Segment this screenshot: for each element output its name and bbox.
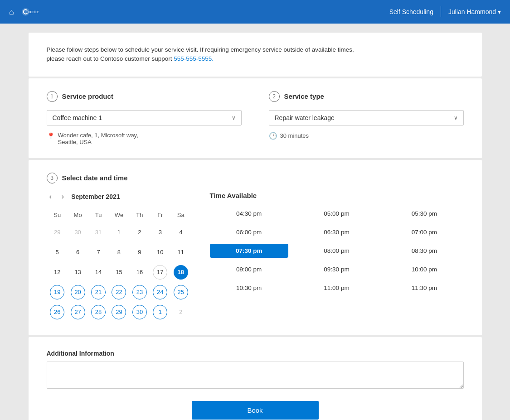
time-slot[interactable]: 11:00 pm (297, 281, 376, 295)
calendar-day[interactable]: 13 (71, 265, 85, 280)
book-btn-wrapper: Book (47, 401, 464, 420)
calendar-day[interactable]: 19 (50, 285, 64, 299)
calendar-day[interactable]: 29 (112, 305, 126, 319)
additional-label: Additional Information (47, 350, 464, 357)
schedule-card: 3 Select date and time ‹ › September 202… (29, 160, 482, 335)
calendar-day[interactable]: 26 (50, 305, 64, 319)
calendar-day[interactable]: 1 (112, 225, 126, 240)
prev-month-button[interactable]: ‹ (47, 192, 54, 202)
calendar-day[interactable]: 14 (91, 265, 106, 280)
time-slot[interactable]: 09:00 pm (210, 262, 288, 276)
calendar-row: 262728293012 (48, 303, 191, 322)
svg-text:contoso: contoso (28, 10, 39, 14)
calendar-day[interactable]: 9 (132, 245, 147, 260)
calendar-day[interactable]: 8 (112, 245, 126, 260)
user-chevron-icon: ▾ (498, 8, 501, 15)
service-type-dropdown[interactable]: Repair water leakage ∨ (269, 110, 464, 126)
service-columns: 1 Service product Coffee machine 1 ∨ 📍 W… (47, 91, 464, 145)
calendar-day[interactable]: 1 (153, 305, 167, 319)
calendar-day[interactable]: 28 (91, 305, 106, 319)
cal-header-tu: Tu (88, 210, 108, 222)
service-type-dropdown-value: Repair water leakage (275, 114, 335, 121)
duration-text: 30 minutes (280, 132, 309, 139)
cal-header-sa: Sa (171, 210, 190, 222)
location-icon: 📍 (47, 132, 55, 140)
calendar-day[interactable]: 15 (112, 265, 126, 280)
calendar-day[interactable]: 21 (91, 285, 106, 299)
cal-header-fr: Fr (151, 210, 170, 222)
calendar-row: 12131415161718 (48, 263, 191, 282)
home-icon[interactable]: ⌂ (9, 7, 14, 17)
location-text: Wonder cafe, 1, Microsoft way,Seattle, U… (58, 132, 138, 145)
duration-row: 🕐 30 minutes (269, 132, 464, 140)
calendar-day[interactable]: 30 (132, 305, 147, 319)
header-left: ⌂ contoso (9, 3, 39, 20)
time-slot[interactable]: 10:00 pm (385, 262, 463, 276)
calendar-day[interactable]: 10 (153, 245, 167, 260)
calendar-day[interactable]: 7 (91, 245, 106, 260)
step1-col: 1 Service product Coffee machine 1 ∨ 📍 W… (47, 91, 242, 145)
calendar-day[interactable]: 23 (132, 285, 147, 299)
calendar-body: 2930311234567891011121314151617181920212… (48, 223, 191, 322)
cal-header-mo: Mo (68, 210, 87, 222)
cal-header-we: We (109, 210, 129, 222)
time-slot[interactable]: 08:30 pm (385, 244, 463, 258)
time-slot[interactable]: 05:00 pm (297, 207, 376, 221)
time-section-title: Time Available (210, 192, 464, 199)
cal-header-th: Th (130, 210, 149, 222)
calendar-day: 31 (91, 225, 106, 240)
time-slot[interactable]: 06:00 pm (210, 225, 288, 239)
cal-header-su: Su (48, 210, 67, 222)
time-slot[interactable]: 08:00 pm (297, 244, 376, 258)
calendar-section: ‹ › September 2021 Su Mo Tu We Th Fr Sa (47, 192, 192, 323)
time-slot[interactable]: 05:30 pm (385, 207, 463, 221)
step2-number: 2 (269, 91, 280, 102)
calendar-day[interactable]: 27 (71, 305, 85, 319)
clock-icon: 🕐 (269, 132, 277, 140)
calendar-day[interactable]: 12 (50, 265, 64, 280)
product-dropdown-value: Coffee machine 1 (53, 114, 102, 121)
calendar-day[interactable]: 17 (153, 265, 167, 280)
calendar-day[interactable]: 6 (71, 245, 85, 260)
calendar-day[interactable]: 5 (50, 245, 64, 260)
product-dropdown-chevron-icon: ∨ (232, 115, 236, 121)
intro-text-2: please reach out to Contoso customer sup… (47, 55, 174, 62)
header-right: Self Scheduling Julian Hammond ▾ (389, 6, 501, 17)
calendar-day[interactable]: 16 (132, 265, 147, 280)
book-button[interactable]: Book (192, 401, 319, 420)
calendar-day: 2 (174, 305, 188, 319)
user-menu[interactable]: Julian Hammond ▾ (448, 8, 501, 15)
calendar-day[interactable]: 25 (174, 285, 188, 299)
time-slot[interactable]: 07:00 pm (385, 225, 463, 239)
calendar-grid: Su Mo Tu We Th Fr Sa 2930311234567891011… (47, 209, 192, 323)
time-slot[interactable]: 09:30 pm (297, 262, 376, 276)
product-dropdown[interactable]: Coffee machine 1 ∨ (47, 110, 242, 126)
step2-col: 2 Service type Repair water leakage ∨ 🕐 … (269, 91, 464, 140)
calendar-day[interactable]: 24 (153, 285, 167, 299)
support-phone-link[interactable]: 555-555-5555. (174, 55, 214, 62)
time-slot[interactable]: 07:30 pm (210, 244, 288, 258)
header-divider (441, 6, 441, 17)
time-slot[interactable]: 04:30 pm (210, 207, 288, 221)
additional-card: Additional Information Book (29, 337, 482, 420)
time-slot[interactable]: 11:30 pm (385, 281, 463, 295)
calendar-day[interactable]: 4 (174, 225, 188, 240)
step1-header: 1 Service product (47, 91, 242, 102)
calendar-day[interactable]: 18 (174, 265, 188, 280)
location-row: 📍 Wonder cafe, 1, Microsoft way,Seattle,… (47, 132, 242, 145)
time-slot[interactable]: 10:30 pm (210, 281, 288, 295)
time-section: Time Available 04:30 pm05:00 pm05:30 pm0… (210, 192, 464, 323)
service-type-dropdown-chevron-icon: ∨ (454, 115, 458, 121)
calendar-day[interactable]: 22 (112, 285, 126, 299)
calendar-time-wrapper: ‹ › September 2021 Su Mo Tu We Th Fr Sa (47, 192, 464, 323)
calendar-day[interactable]: 2 (132, 225, 147, 240)
calendar-day[interactable]: 3 (153, 225, 167, 240)
page-container: Please follow steps below to schedule yo… (29, 24, 482, 420)
intro-card: Please follow steps below to schedule yo… (29, 33, 482, 77)
calendar-day[interactable]: 11 (174, 245, 188, 260)
time-slot[interactable]: 06:30 pm (297, 225, 376, 239)
additional-textarea[interactable] (47, 362, 464, 389)
next-month-button[interactable]: › (59, 192, 67, 202)
logo: contoso (21, 3, 39, 20)
calendar-day[interactable]: 20 (71, 285, 85, 299)
